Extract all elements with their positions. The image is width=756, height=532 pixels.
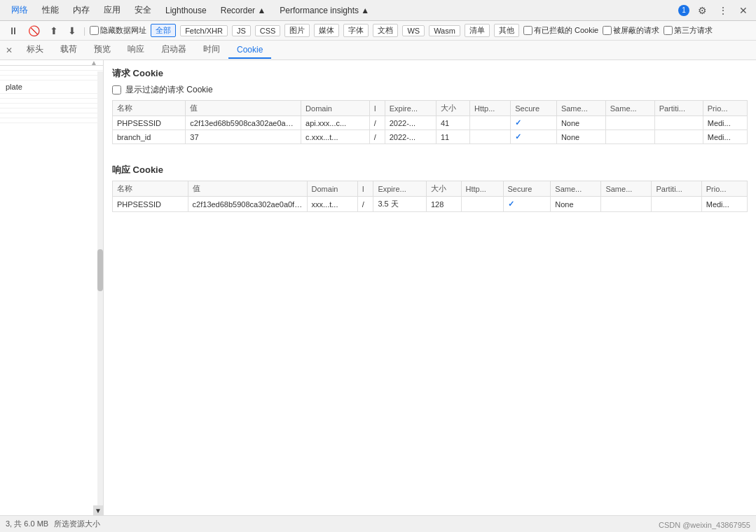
col-prio: Prio... xyxy=(703,101,747,116)
sidebar-item-5[interactable] xyxy=(0,94,103,99)
tab-performance[interactable]: 性能 xyxy=(36,3,64,18)
table-row[interactable]: PHPSESSIDc2f13ed68b5908ca302ae0a0faaef3e… xyxy=(113,197,748,212)
download-icon[interactable]: ⬇ xyxy=(65,24,79,38)
table-row[interactable]: branch_id37c.xxx...t.../2022-...11✓NoneM… xyxy=(113,130,748,144)
scroll-track xyxy=(97,71,103,515)
clear-icon[interactable]: 🚫 xyxy=(25,24,43,38)
col-domain: Domain xyxy=(301,101,370,116)
filter-bar: ⏸ 🚫 ⬆ ⬇ | 隐藏数据网址 全部 Fetch/XHR JS CSS 图片 … xyxy=(0,21,756,41)
tab-headers[interactable]: 标头 xyxy=(18,41,52,59)
content-area: 请求 Cookie 显示过滤的请求 Cookie 名称 值 Domain I E… xyxy=(104,60,756,515)
sub-tabs: ✕ 标头 载荷 预览 响应 启动器 时间 Cookie xyxy=(0,41,756,60)
request-cookie-section: 请求 Cookie 显示过滤的请求 Cookie 名称 值 Domain I E… xyxy=(104,60,756,144)
tab-timing[interactable]: 时间 xyxy=(195,41,228,59)
sidebar: ▲ plate ▼ xyxy=(0,60,104,515)
cookie-filter-row: 显示过滤的请求 Cookie xyxy=(112,84,748,96)
col-same1: Same... xyxy=(556,101,605,116)
response-cookie-section: 响应 Cookie 名称 值 Domain I Expire... 大小 Htt… xyxy=(104,157,756,212)
col-i: I xyxy=(369,101,385,116)
tab-cookie[interactable]: Cookie xyxy=(228,42,271,59)
sidebar-item-plate[interactable]: plate xyxy=(0,80,103,94)
separator: | xyxy=(83,26,85,36)
status-count: 3, 共 6.0 MB xyxy=(6,519,48,529)
sidebar-item-6[interactable] xyxy=(0,99,103,104)
col-secure: Secure xyxy=(511,101,557,116)
col-secure: Secure xyxy=(503,181,551,197)
tab-recorder[interactable]: Recorder ▲ xyxy=(215,4,272,17)
filter-js[interactable]: JS xyxy=(232,25,251,36)
notification-badge: 1 xyxy=(678,5,689,16)
col-value: 值 xyxy=(188,181,307,197)
tab-performance-insights[interactable]: Performance insights ▲ xyxy=(274,4,375,17)
col-same2: Same... xyxy=(605,101,654,116)
sidebar-item-10[interactable] xyxy=(0,118,103,123)
col-name: 名称 xyxy=(113,101,186,116)
filter-img[interactable]: 图片 xyxy=(284,24,310,37)
scroll-thumb[interactable] xyxy=(97,249,103,291)
col-name: 名称 xyxy=(113,181,188,197)
settings-icon[interactable]: ⚙ xyxy=(695,4,710,18)
close-panel-btn[interactable]: ✕ xyxy=(0,43,18,58)
watermark: CSDN @weixin_43867955 xyxy=(659,521,750,529)
col-partiti: Partiti... xyxy=(654,101,703,116)
filter-fetch-xhr[interactable]: Fetch/XHR xyxy=(180,25,228,36)
blocked-request-label[interactable]: 被屏蔽的请求 xyxy=(603,25,659,36)
scroll-up-btn[interactable]: ▲ xyxy=(90,60,97,66)
sidebar-item-8[interactable] xyxy=(0,108,103,113)
filter-ws[interactable]: WS xyxy=(402,25,425,36)
table-row[interactable]: PHPSESSIDc2f13ed68b5908ca302ae0a0faaef3e… xyxy=(113,116,748,130)
col-partiti: Partiti... xyxy=(652,181,701,197)
blocked-cookie-label[interactable]: 有已拦截的 Cookie xyxy=(523,25,598,36)
top-bar-right: 1 ⚙ ⋮ ✕ xyxy=(678,4,750,18)
close-icon[interactable]: ✕ xyxy=(736,4,750,18)
blocked-request-checkbox[interactable] xyxy=(603,26,612,35)
col-http: Http... xyxy=(461,181,503,197)
scroll-down-btn[interactable]: ▼ xyxy=(93,505,103,515)
col-domain: Domain xyxy=(307,181,357,197)
third-party-label[interactable]: 第三方请求 xyxy=(664,25,713,36)
hide-data-url-checkbox[interactable] xyxy=(90,26,99,35)
tab-application[interactable]: 应用 xyxy=(98,3,126,18)
status-bar: 3, 共 6.0 MB 所选资源大小 xyxy=(0,515,756,532)
tab-initiator[interactable]: 启动器 xyxy=(153,41,195,59)
col-size: 大小 xyxy=(426,181,461,197)
col-expire: Expire... xyxy=(373,181,427,197)
response-cookie-table: 名称 值 Domain I Expire... 大小 Http... Secur… xyxy=(112,181,748,212)
top-toolbar: 网络 性能 内存 应用 安全 Lighthouse Recorder ▲ Per… xyxy=(0,0,756,21)
sidebar-item-9[interactable] xyxy=(0,113,103,118)
col-same1: Same... xyxy=(551,181,601,197)
tab-payload[interactable]: 载荷 xyxy=(52,41,85,59)
sidebar-item-3[interactable] xyxy=(0,76,103,80)
blocked-cookie-checkbox[interactable] xyxy=(523,26,532,35)
col-value: 值 xyxy=(186,101,301,116)
sidebar-item-7[interactable] xyxy=(0,104,103,108)
pause-icon[interactable]: ⏸ xyxy=(6,24,21,38)
tab-preview[interactable]: 预览 xyxy=(85,41,119,59)
upload-icon[interactable]: ⬆ xyxy=(47,24,61,38)
filter-css[interactable]: CSS xyxy=(255,25,281,36)
col-prio: Prio... xyxy=(701,181,747,197)
filter-manifest[interactable]: 清单 xyxy=(465,24,490,37)
show-filtered-checkbox[interactable] xyxy=(112,85,121,94)
filter-font[interactable]: 字体 xyxy=(343,24,369,37)
tab-response[interactable]: 响应 xyxy=(119,41,153,59)
filter-all[interactable]: 全部 xyxy=(151,24,176,37)
response-cookie-title: 响应 Cookie xyxy=(112,164,748,176)
tab-lighthouse[interactable]: Lighthouse xyxy=(160,4,212,17)
sidebar-item-1[interactable] xyxy=(0,66,103,71)
col-size: 大小 xyxy=(436,101,469,116)
tab-security[interactable]: 安全 xyxy=(129,3,157,18)
tab-memory[interactable]: 内存 xyxy=(67,3,95,18)
sidebar-item-2[interactable] xyxy=(0,71,103,76)
show-filtered-label: 显示过滤的请求 Cookie xyxy=(125,84,213,96)
filter-wasm[interactable]: Wasm xyxy=(429,25,460,36)
third-party-checkbox[interactable] xyxy=(664,26,673,35)
request-cookie-table: 名称 值 Domain I Expire... 大小 Http... Secur… xyxy=(112,100,748,144)
filter-media[interactable]: 媒体 xyxy=(314,24,339,37)
tab-network[interactable]: 网络 xyxy=(6,3,34,18)
hide-data-url-label[interactable]: 隐藏数据网址 xyxy=(90,25,146,36)
filter-other[interactable]: 其他 xyxy=(494,24,519,37)
filter-doc[interactable]: 文档 xyxy=(373,24,398,37)
col-expire: Expire... xyxy=(385,101,436,116)
more-icon[interactable]: ⋮ xyxy=(715,4,731,18)
